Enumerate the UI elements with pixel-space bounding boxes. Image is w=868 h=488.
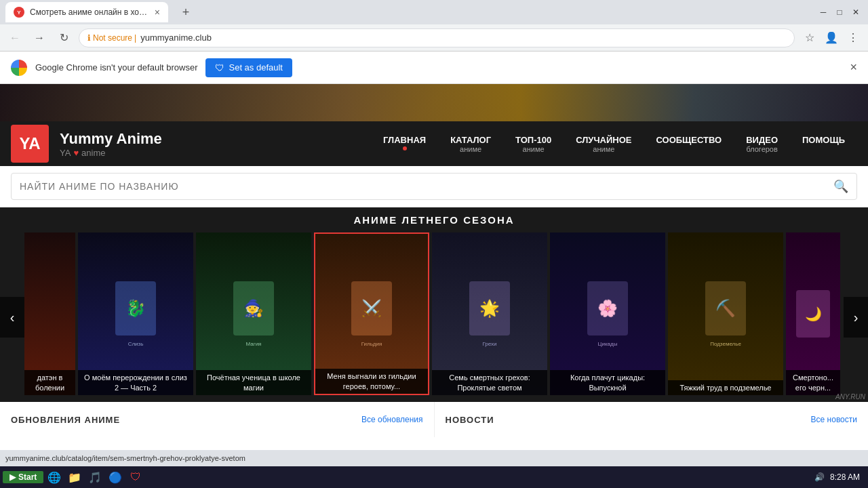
url-text: yummyanime.club	[140, 33, 212, 43]
anime-card-5[interactable]: 🌸 Цикады Когда плачут цикады: Выпускной	[550, 232, 665, 395]
anime-card-title-5: Когда плачут цикады: Выпускной	[550, 370, 665, 395]
search-input[interactable]	[20, 181, 828, 192]
address-bar: ← → ↻ ℹ Not secure | yummyanime.club ☆ 👤…	[0, 24, 868, 52]
security-indicator: ℹ Not secure |	[87, 33, 136, 43]
carousel-next-button[interactable]: ›	[844, 297, 868, 338]
browser-tab[interactable]: Y Смотреть аниме онлайн в хороше... ×	[5, 2, 168, 22]
tab-close-button[interactable]: ×	[155, 7, 160, 18]
close-window-button[interactable]: ✕	[849, 5, 863, 19]
taskbar: ▶ Start 🌐 📁 🎵 🔵 🛡 🔊 8:28 AM	[0, 466, 868, 488]
status-bar: yummyanime.club/catalog/item/sem-smertny…	[0, 450, 868, 466]
notification-message: Google Chrome isn't your default browser	[35, 62, 197, 73]
site-tagline: YA ♥ anime	[60, 148, 162, 158]
shield-icon: 🛡	[215, 62, 224, 73]
heart-icon: ♥	[73, 148, 79, 158]
news-section: НОВОСТИ Все новости	[435, 402, 869, 437]
title-bar: Y Смотреть аниме онлайн в хороше... × + …	[0, 0, 868, 24]
news-link[interactable]: Все новости	[811, 415, 857, 424]
search-bar: 🔍	[11, 173, 857, 200]
start-icon: ▶	[9, 472, 16, 482]
start-button[interactable]: ▶ Start	[3, 471, 43, 483]
site-brand: Yummy Anime YA ♥ anime	[60, 130, 162, 158]
forward-button[interactable]: →	[30, 28, 49, 47]
anime-card-7[interactable]: 🌙 Смертоно... его черн...	[786, 232, 840, 395]
maximize-button[interactable]: □	[833, 5, 846, 19]
news-title: НОВОСТИ	[446, 415, 494, 425]
taskbar-time: 8:28 AM	[830, 472, 860, 482]
updates-link[interactable]: Все обновления	[361, 415, 422, 424]
anime-card-1[interactable]: 🐉 Слизь О моём перерождении в слиз 2 — Ч…	[78, 232, 193, 395]
taskbar-security-icon[interactable]: 🛡	[126, 468, 145, 487]
status-url: yummyanime.club/catalog/item/sem-smertny…	[5, 454, 245, 462]
menu-icon[interactable]: ⋮	[844, 28, 863, 47]
url-bar[interactable]: ℹ Not secure | yummyanime.club	[79, 28, 795, 47]
anime-card-0[interactable]: 天 датэн в болении	[24, 232, 75, 395]
toolbar-icons: ☆ 👤 ⋮	[800, 28, 863, 47]
account-icon[interactable]: 👤	[822, 28, 841, 47]
taskbar-right: 🔊 8:28 AM	[814, 472, 865, 482]
taskbar-folder-icon[interactable]: 📁	[65, 468, 84, 487]
site-logo: YA	[11, 125, 49, 163]
site-banner	[0, 84, 868, 121]
taskbar-chrome-icon[interactable]: 🔵	[106, 468, 125, 487]
site-name: Yummy Anime	[60, 130, 162, 148]
website-content: YA Yummy Anime YA ♥ anime ГЛАВНАЯ КАТАЛО…	[0, 84, 868, 450]
updates-title: ОБНОВЛЕНИЯ АНИМЕ	[11, 415, 120, 425]
anime-card-title-0: датэн в болении	[24, 370, 75, 395]
browser-frame: Y Смотреть аниме онлайн в хороше... × + …	[0, 0, 868, 488]
season-title: АНИМЕ ЛЕТНЕГО СЕЗОНА	[0, 207, 868, 232]
anime-card-title-6: Тяжкий труд в подземелье	[668, 380, 783, 395]
new-tab-button[interactable]: +	[176, 3, 195, 22]
tab-favicon: Y	[14, 7, 24, 18]
updates-section: ОБНОВЛЕНИЯ АНИМЕ Все обновления	[0, 402, 435, 437]
anime-card-4[interactable]: 🌟 Грехи Семь смертных грехов: Проклятые …	[432, 232, 547, 395]
anime-carousel: ‹ 天 датэн в болении 🐉 Слизь О моём перер…	[0, 232, 868, 402]
tab-title: Смотреть аниме онлайн в хороше...	[30, 7, 149, 17]
anyrun-watermark: ANY.RUN	[835, 393, 865, 401]
anime-card-3[interactable]: ⚔️ Гильдия Меня выгнали из гильдии герое…	[314, 232, 429, 395]
search-section: 🔍	[0, 166, 868, 207]
season-section: АНИМЕ ЛЕТНЕГО СЕЗОНА	[0, 207, 868, 232]
site-header: YA Yummy Anime YA ♥ anime ГЛАВНАЯ КАТАЛО…	[0, 121, 868, 166]
nav-item-community[interactable]: СООБЩЕСТВО	[644, 129, 734, 159]
site-nav: ГЛАВНАЯ КАТАЛОГ аниме ТОП-100 аниме СЛУЧ…	[371, 129, 857, 159]
anime-card-2[interactable]: 🧙 Магия Почётная ученица в школе магии	[196, 232, 311, 395]
carousel-track: 天 датэн в болении 🐉 Слизь О моём перерож…	[24, 232, 844, 402]
search-icon[interactable]: 🔍	[833, 179, 848, 194]
taskbar-volume-icon[interactable]: 🔊	[814, 472, 825, 482]
back-button[interactable]: ←	[5, 28, 24, 47]
chrome-logo-icon	[11, 60, 27, 76]
nav-item-video[interactable]: ВИДЕО блогеров	[734, 129, 790, 159]
nav-item-random[interactable]: СЛУЧАЙНОЕ аниме	[564, 129, 644, 159]
default-browser-notification: Google Chrome isn't your default browser…	[0, 52, 868, 84]
notification-close-button[interactable]: ×	[850, 60, 857, 75]
window-controls: ─ □ ✕	[816, 5, 863, 19]
bookmark-icon[interactable]: ☆	[800, 28, 819, 47]
anime-card-title-4: Семь смертных грехов: Проклятые светом	[432, 370, 547, 395]
anime-card-title-7: Смертоно... его черн...	[786, 370, 840, 395]
nav-item-top100[interactable]: ТОП-100 аниме	[503, 129, 564, 159]
bottom-sections: ОБНОВЛЕНИЯ АНИМЕ Все обновления НОВОСТИ …	[0, 402, 868, 437]
nav-item-help[interactable]: ПОМОЩЬ	[790, 129, 857, 159]
minimize-button[interactable]: ─	[816, 5, 830, 19]
nav-active-indicator	[403, 146, 407, 150]
info-icon: ℹ	[87, 33, 91, 43]
anime-card-title-1: О моём перерождении в слиз 2 — Часть 2	[78, 370, 193, 395]
set-default-button[interactable]: 🛡 Set as default	[205, 58, 292, 77]
nav-item-home[interactable]: ГЛАВНАЯ	[371, 129, 438, 159]
taskbar-media-icon[interactable]: 🎵	[85, 468, 104, 487]
taskbar-ie-icon[interactable]: 🌐	[45, 468, 64, 487]
nav-item-catalog[interactable]: КАТАЛОГ аниме	[438, 129, 503, 159]
carousel-prev-button[interactable]: ‹	[0, 297, 24, 338]
refresh-button[interactable]: ↻	[54, 28, 73, 47]
anime-card-6[interactable]: ⛏️ Подземелье Тяжкий труд в подземелье	[668, 232, 783, 395]
anime-card-title-3: Меня выгнали из гильдии героев, потому..…	[315, 369, 428, 394]
anime-card-title-2: Почётная ученица в школе магии	[196, 370, 311, 395]
